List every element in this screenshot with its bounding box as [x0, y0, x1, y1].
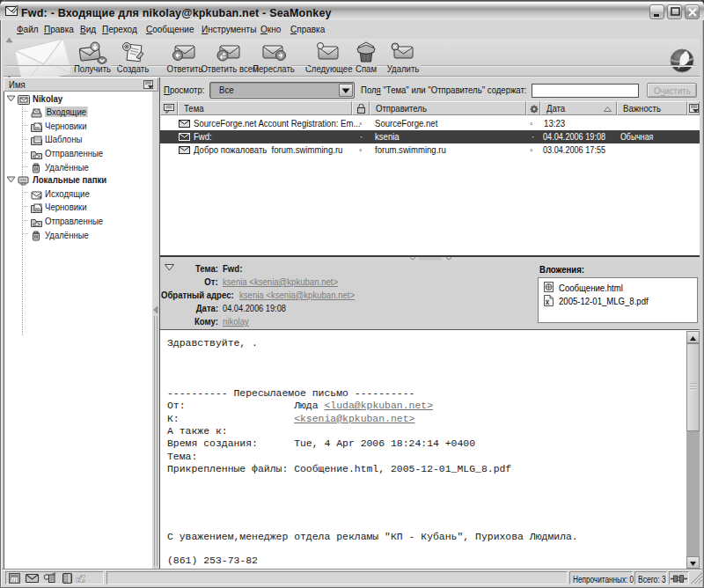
- svg-text:m: m: [11, 574, 18, 584]
- svg-text:cZ: cZ: [76, 574, 85, 584]
